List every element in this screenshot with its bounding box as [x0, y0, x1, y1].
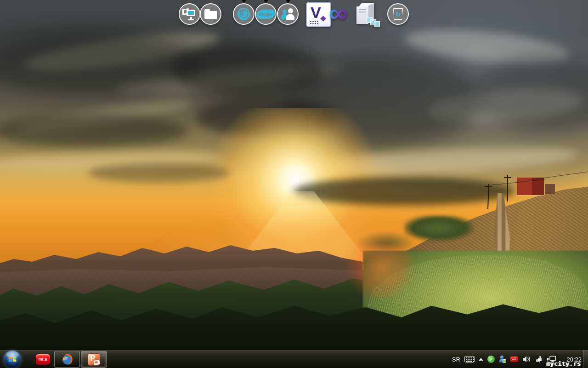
dock-item-messenger[interactable]	[277, 3, 299, 25]
start-button[interactable]	[4, 351, 21, 368]
running-indicator	[286, 0, 290, 3]
security-check-icon[interactable]: ✓	[487, 356, 495, 363]
monitor-display-icon	[182, 8, 197, 20]
taskbar-item-mts[interactable]: mt:s	[35, 353, 51, 365]
dark-cloud	[0, 114, 188, 147]
power-pole	[507, 175, 508, 201]
skype-label: skype	[260, 12, 272, 17]
dock-item-my-computer[interactable]	[353, 1, 380, 27]
firefox-icon	[237, 7, 251, 21]
visio-letter: V	[311, 4, 321, 22]
wallpaper	[0, 0, 588, 368]
recycle-bin-icon: ↻	[393, 8, 403, 20]
dock-item-visio[interactable]: V	[306, 2, 331, 27]
dark-cloud	[294, 177, 514, 206]
mts-modem-icon[interactable]: mts	[510, 356, 518, 362]
dock-item-skype[interactable]: skype	[255, 3, 277, 25]
recycle-arrows-glyph: ↻	[396, 11, 401, 17]
taskbar-item-firefox[interactable]	[54, 351, 80, 368]
dock-item-visual-studio[interactable]: ∞	[329, 4, 348, 24]
keyboard-icon[interactable]	[464, 356, 475, 362]
safely-remove-hardware-icon[interactable]	[535, 356, 543, 363]
desktop: skype V ∞	[0, 0, 588, 368]
firefox-icon	[61, 353, 74, 366]
computer-tower-icon	[353, 1, 380, 27]
visio-icon: V	[306, 2, 331, 27]
visual-studio-infinity-icon: ∞	[329, 0, 348, 28]
show-hidden-icons-arrow[interactable]	[479, 358, 483, 361]
mts-icon: mt:s	[36, 354, 50, 365]
messenger-status-icon[interactable]	[499, 356, 506, 363]
dock-item-recycle-bin[interactable]: ↻	[387, 3, 409, 25]
windows-flag-icon	[7, 354, 17, 364]
running-indicator	[242, 0, 246, 3]
skype-icon: skype	[257, 10, 274, 18]
dock: skype V ∞	[0, 0, 588, 29]
messenger-buddy-icon	[281, 8, 295, 21]
language-indicator[interactable]: SR	[452, 356, 460, 363]
show-desktop-button[interactable]	[583, 350, 588, 368]
dock-item-display[interactable]	[179, 3, 200, 25]
dock-item-firefox[interactable]	[233, 3, 254, 25]
lens-flare	[341, 236, 421, 298]
mts-label: mt:s	[38, 357, 47, 362]
taskbar: mt:s P SR ✓	[0, 350, 588, 368]
dock-item-folder[interactable]	[200, 3, 221, 25]
watermark: mycity.rs	[546, 360, 581, 367]
folder-icon	[204, 9, 217, 19]
powerpoint-icon: P	[88, 353, 100, 366]
volume-icon[interactable]	[522, 356, 531, 363]
running-indicator	[264, 0, 268, 3]
taskbar-item-powerpoint[interactable]: P	[81, 351, 107, 368]
